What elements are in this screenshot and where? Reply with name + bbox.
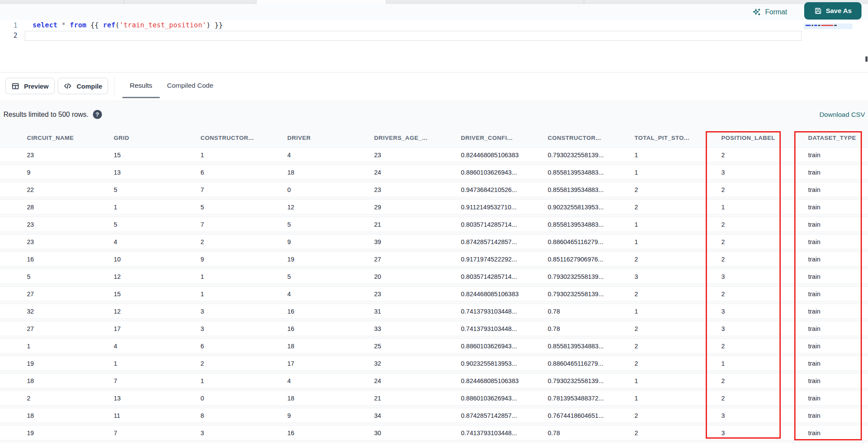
minimap-code-line [806,25,837,26]
table-cell: 0.8511627906976... [521,251,608,267]
code-token: from [70,21,86,29]
table-cell: train [781,321,868,336]
table-cell: 12 [260,199,347,215]
table-cell: 24 [347,373,434,388]
table-cell: 15 [87,286,174,301]
table-cell: 1 [608,165,694,180]
table-cell: 1 [608,304,694,319]
table-cell: 3 [694,304,781,319]
table-row: 913618240.8860103626943...0.855813953488… [0,165,868,180]
help-icon[interactable]: ? [93,110,102,119]
table-cell: 17 [260,356,347,371]
format-button[interactable]: Format [750,7,790,18]
editor-scrollbar-handle[interactable] [865,56,868,62]
table-cell: train [781,234,868,249]
table-cell: 0.8860465116279... [521,234,608,249]
table-cell: 0.7674418604651... [521,408,608,423]
column-header: DATASET_TYPE [781,131,868,145]
table-cell: 1 [87,356,174,371]
editor-minimap[interactable] [804,20,852,72]
table-cell: 11 [87,408,174,423]
table-cell: train [781,217,868,232]
active-tab-underline [122,97,160,98]
table-cell: 2 [608,425,694,440]
table-cell: 3 [174,425,260,440]
table-cell: 2 [694,182,781,197]
editor-toolbar: Format Save As [0,4,868,20]
compile-button[interactable]: Compile [58,78,108,94]
preview-button[interactable]: Preview [5,78,55,94]
table-cell: train [781,182,868,197]
table-cell: 27 [0,321,87,336]
column-header: CONSTRUCTOR... [174,131,260,145]
table-cell: 7 [174,217,260,232]
table-cell: 0.7413793103448... [434,321,521,336]
table-cell: 20 [347,269,434,284]
table-cell: 0.7930232558139... [521,373,608,388]
table-row: 2717316330.7413793103448...0.7823train [0,321,868,336]
table-cell: 31 [347,304,434,319]
table-cell: 10 [87,251,174,267]
tab-strip-active-segment [256,0,386,4]
minimap-viewport [804,23,852,29]
table-cell: 1 [0,338,87,354]
table-cell: 24 [347,165,434,180]
table-cell: 1 [174,269,260,284]
code-token: ref [103,21,115,29]
table-cell: 9 [260,234,347,249]
table-cell: train [781,356,868,371]
table-cell: 3 [174,321,260,336]
table-cell: 23 [347,182,434,197]
table-cell: train [781,425,868,440]
sql-code-editor[interactable]: 1 2 select * from {{ ref('train_test_pos… [0,20,868,72]
table-cell: train [781,304,868,319]
table-cell: 2 [694,234,781,249]
download-csv-link[interactable]: Download CSV [819,111,865,119]
table-cell: train [781,269,868,284]
table-cell: 18 [260,338,347,354]
table-cell: 32 [0,304,87,319]
table-cell: train [781,165,868,180]
table-cell: 2 [694,390,781,406]
table-cell: 17 [87,321,174,336]
results-table-body: 231514230.8244680851063830.7930232558139… [0,147,868,440]
table-cell: 25 [347,338,434,354]
table-cell: 1 [608,373,694,388]
tab-strip-divider [124,0,124,4]
code-token [57,21,62,29]
column-header: CIRCUIT_NAME [0,131,87,145]
results-action-bar: Preview Compile Results Compiled Code [0,73,868,101]
table-cell: 9 [174,251,260,267]
code-brackets-icon [63,82,72,90]
tab-results-label: Results [130,82,152,89]
table-cell: 15 [87,147,174,162]
table-row: 181189340.8742857142857...0.767441860465… [0,408,868,423]
table-cell: 0.8742857142857... [434,234,521,249]
code-token: select [33,21,57,29]
table-cell: 0.824468085106383 [434,147,521,162]
table-cell: 0.9112149532710... [434,199,521,215]
table-cell: 2 [694,286,781,301]
save-as-button[interactable]: Save As [804,2,861,20]
tab-results[interactable]: Results [122,73,160,99]
table-cell: 23 [0,234,87,249]
table-cell: 1 [174,147,260,162]
table-row: 23429390.8742857142857...0.8860465116279… [0,234,868,249]
table-cell: 23 [0,147,87,162]
table-cell: 3 [694,408,781,423]
table-cell: 0 [260,182,347,197]
table-cell: 19 [0,356,87,371]
code-token: ) [206,21,210,29]
tab-compiled-code[interactable]: Compiled Code [160,73,221,99]
table-cell: 2 [608,286,694,301]
table-row: 14618250.8860103626943...0.8558139534883… [0,338,868,354]
table-cell: train [781,147,868,162]
table-cell: 0.78 [521,425,608,440]
table-cell: 0.7413793103448... [434,304,521,319]
table-cell: 13 [87,165,174,180]
table-cell: 7 [174,182,260,197]
table-cell: 8 [174,408,260,423]
table-cell: 21 [347,217,434,232]
table-cell: 0.8742857142857... [434,408,521,423]
table-cell: 21 [347,390,434,406]
